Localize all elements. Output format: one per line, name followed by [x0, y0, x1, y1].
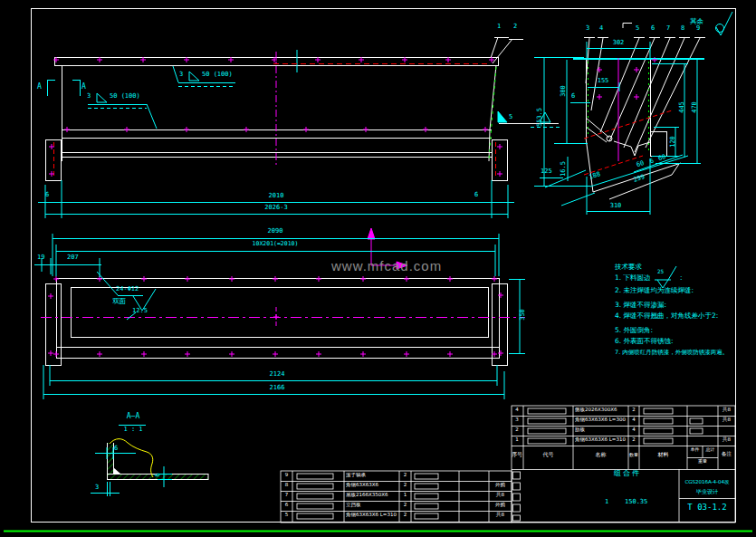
tr-title: 技术要求: [615, 264, 642, 271]
ev-section-mark-a-right: A: [81, 83, 86, 91]
pl-dim-207: 207: [67, 254, 79, 261]
cad-canvas: 1 2 A A 3 50 (100) 3 50 (100) 5 6 2010 2…: [0, 0, 756, 537]
pl-dim-spacing: 10X201(=2010): [237, 241, 313, 247]
dt-dim-120: 120: [670, 129, 676, 156]
tr-line-2: 2. 未注焊缝均为连续焊缝:: [615, 287, 694, 294]
dt-dim-165: 16.5: [560, 156, 567, 183]
ev-dim-6-right: 6: [474, 192, 478, 198]
dt-rest-note: 其余: [690, 18, 703, 25]
bom-header-unit: 单件: [687, 447, 703, 452]
tr-line-3: 3. 焊缝不得渗漏:: [615, 302, 666, 309]
bom-bottom-row-qty: 1: [399, 493, 411, 498]
bom-header-weight: 重量: [687, 459, 718, 464]
ev-weld-mid-size: 3: [87, 93, 91, 100]
bom-bottom-row-seq: 7: [281, 493, 292, 498]
dt-dim-445: 445: [679, 94, 685, 121]
tr-line-5: 5. 外圆倒角:: [615, 327, 653, 334]
tr-line-1-colon: :: [680, 274, 683, 282]
elevation-hidden-lines: [54, 64, 496, 179]
tr-line-6: 6. 外表面不得锈蚀:: [615, 338, 674, 345]
ev-weld-top-size: 3: [179, 72, 183, 78]
bom-bottom-row-seq: 5: [281, 513, 292, 518]
ev-weld-top-spec: 50 (100): [202, 72, 233, 78]
title-scale: 1: [605, 499, 608, 505]
dt-callout-5: 5: [633, 25, 642, 32]
dt-dim-300: 300: [560, 78, 567, 105]
elevation-dim-lines: [38, 180, 514, 218]
title-drawing-number: T 03-1.2: [681, 503, 733, 512]
dt-dim-302: 302: [602, 40, 635, 46]
bom-right-row-qty: 4: [628, 417, 639, 423]
tr-line-4: 4. 焊缝不得翘曲，对角线差小于2:: [615, 312, 718, 320]
dt-dim-125: 125: [541, 168, 552, 175]
dt-callout-4: 4: [597, 25, 606, 32]
pl-dim-2166: 2166: [259, 385, 295, 391]
tr-line-1: 1. 下料圆边: [615, 274, 651, 282]
bom-bottom-row-remark: 外购: [489, 503, 512, 508]
bom-header-seq: 序号: [511, 452, 523, 457]
dt-callout-7: 7: [664, 25, 673, 32]
bom-right-row-qty: 2: [628, 408, 639, 413]
pl-both-sides-note: 双面: [112, 298, 126, 305]
title-project-name: 毕业设计: [681, 489, 733, 494]
dt-callout-9: 9: [694, 25, 703, 32]
title-weight: 150.35: [625, 499, 647, 505]
bom-bottom-row-qty: 2: [399, 483, 411, 488]
bom-bottom-row-name: 滚子轴承: [346, 473, 398, 478]
pl-dim-2090: 2090: [257, 228, 293, 235]
ev-dim-2026: 2026-3: [254, 205, 298, 211]
dt-dim-553: 553.5: [537, 101, 543, 134]
bom-bottom-row-name: 角钢63X63X6 L=310: [346, 513, 398, 518]
bom-bottom-row-remark: 共8: [489, 513, 512, 518]
bom-bottom-row-qty: 2: [399, 513, 411, 518]
aa-title: A—A: [118, 413, 148, 420]
bom-right-row-seq: 4: [511, 408, 523, 413]
bom-header-total: 总计: [703, 447, 718, 452]
watermark: www.mfcad.com: [331, 259, 442, 273]
elevation-view: [46, 37, 560, 181]
bom-right-row-remark: 共8: [718, 437, 735, 443]
pl-dim-2124: 2124: [259, 371, 295, 378]
bom-header-code: 代号: [523, 452, 573, 457]
bom-right-row-qty: 2: [628, 437, 639, 443]
ev-callout-1: 1: [494, 24, 503, 30]
bom-bottom-row-name: 立挡板: [346, 503, 398, 508]
bom-right-row-seq: 2: [511, 427, 523, 433]
bom-header-qty: 数量: [628, 453, 639, 457]
ev-dim-2010: 2010: [258, 193, 294, 199]
ev-weld-mid-spec: 50 (100): [110, 93, 140, 100]
ev-dim-6-left: 6: [45, 192, 49, 198]
pl-roughness-value: 12.5: [132, 308, 148, 314]
pl-holes-note: 24-Φ12: [116, 286, 139, 292]
bom-header-material: 材料: [639, 452, 687, 457]
bom-right-row-name: 角钢63X63X6 L=300: [575, 417, 628, 423]
tr-line-7: 7. 内侧喷红丹防锈漆，外侧喷防锈漆两遍。: [615, 350, 728, 356]
bom-bottom-row-name: 底板2166X350X6: [346, 493, 398, 498]
title-part-name: 组合件: [614, 470, 641, 477]
bom-bottom-row-seq: 8: [281, 483, 292, 488]
bom-header-name: 名称: [573, 452, 628, 457]
bom-right-row-remark: 共8: [718, 417, 735, 423]
elevation-weld-symbols: [48, 50, 560, 129]
bom-bottom-row-remark: 共8: [489, 493, 512, 498]
bom-header-remark: 备注: [718, 452, 735, 457]
bom-right-row-seq: 1: [511, 437, 523, 443]
dt-dim-470: 470: [692, 94, 698, 121]
aa-scale: 1 : 1: [118, 427, 148, 433]
title-project-code: CGS2016A-4-04改: [681, 480, 733, 485]
section-aa: [91, 426, 208, 497]
aa-dim-6-top: 6: [114, 446, 118, 452]
bom-right-row-qty: 4: [628, 427, 639, 433]
bom-bottom-row-seq: 6: [281, 503, 292, 508]
bom-bottom-row-qty: 2: [399, 473, 411, 478]
tr-roughness-value: 25: [657, 269, 664, 274]
ev-weld-right-size: 5: [509, 114, 512, 120]
dt-callout-3: 3: [583, 25, 592, 32]
aa-dim-6-right: 6: [155, 470, 161, 481]
bom-right-row-seq: 3: [511, 417, 523, 423]
bom-right-row-name: 肋板: [575, 427, 628, 433]
bom-right-row-name: 侧板2026X300X6: [575, 408, 628, 413]
dt-dim-6a: 6: [571, 93, 575, 100]
pl-dim-350: 350: [520, 302, 526, 329]
dt-callout-6: 6: [648, 25, 657, 32]
